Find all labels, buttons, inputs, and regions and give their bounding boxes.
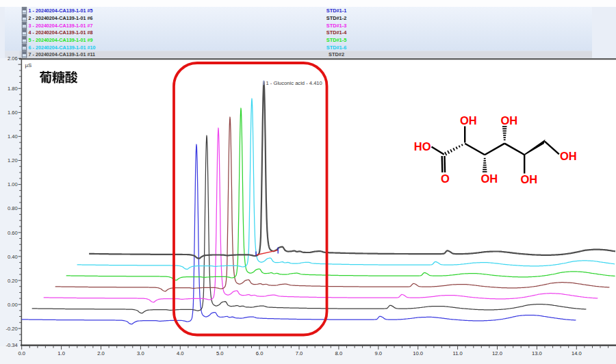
svg-text:0.20: 0.20 bbox=[8, 278, 18, 284]
svg-text:STD#1-4: STD#1-4 bbox=[326, 29, 347, 36]
svg-text:STD#1-3: STD#1-3 bbox=[326, 23, 347, 29]
svg-text:5.0: 5.0 bbox=[216, 350, 224, 356]
svg-text:6 - 20240204-CA139-1-01 #10: 6 - 20240204-CA139-1-01 #10 bbox=[29, 44, 96, 51]
svg-text:8.0: 8.0 bbox=[335, 350, 343, 356]
svg-text:OH: OH bbox=[501, 114, 518, 127]
svg-text:7.0: 7.0 bbox=[296, 350, 303, 356]
svg-text:STD#2: STD#2 bbox=[329, 51, 344, 57]
svg-text:0.80: 0.80 bbox=[8, 205, 18, 211]
svg-text:1.80: 1.80 bbox=[8, 86, 18, 92]
svg-text:0.00: 0.00 bbox=[8, 302, 18, 308]
svg-text:2.0: 2.0 bbox=[97, 350, 105, 356]
svg-text:O: O bbox=[441, 172, 450, 185]
svg-text:1.00: 1.00 bbox=[8, 181, 18, 187]
svg-text:1 - 20240204-CA139-1-01 #5: 1 - 20240204-CA139-1-01 #5 bbox=[29, 8, 93, 14]
svg-text:STD#1-2: STD#1-2 bbox=[326, 15, 347, 21]
svg-text:STD#1-6: STD#1-6 bbox=[326, 44, 347, 51]
svg-text:µS: µS bbox=[25, 62, 32, 68]
svg-text:3.0: 3.0 bbox=[137, 350, 144, 356]
svg-text:7 - 20240204-CA139-1-01 #11: 7 - 20240204-CA139-1-01 #11 bbox=[29, 51, 96, 57]
svg-text:12.0: 12.0 bbox=[492, 350, 502, 356]
svg-text:OH: OH bbox=[560, 150, 577, 162]
svg-text:1.60: 1.60 bbox=[8, 109, 18, 116]
svg-text:0.60: 0.60 bbox=[8, 230, 18, 236]
svg-text:4.0: 4.0 bbox=[177, 350, 184, 356]
svg-text:-0.34: -0.34 bbox=[5, 342, 17, 348]
svg-text:4 - 20240204-CA139-1-01 #8: 4 - 20240204-CA139-1-01 #8 bbox=[29, 29, 93, 36]
svg-text:3 - 20240204-CA139-1-01 #7: 3 - 20240204-CA139-1-01 #7 bbox=[29, 23, 93, 29]
svg-text:-0.20: -0.20 bbox=[5, 326, 17, 332]
svg-text:OH: OH bbox=[481, 172, 498, 185]
svg-text:6.0: 6.0 bbox=[256, 350, 264, 356]
svg-text:2 - 20240204-CA139-1-01 #6: 2 - 20240204-CA139-1-01 #6 bbox=[29, 15, 93, 21]
svg-text:5 - 20240204-CA139-1-01 #9: 5 - 20240204-CA139-1-01 #9 bbox=[29, 37, 93, 43]
svg-text:11.0: 11.0 bbox=[452, 350, 462, 356]
svg-text:13.0: 13.0 bbox=[532, 350, 542, 356]
svg-text:1.40: 1.40 bbox=[8, 133, 18, 140]
svg-text:OH: OH bbox=[460, 114, 477, 127]
svg-text:STD#1-5: STD#1-5 bbox=[326, 37, 347, 43]
svg-text:STD#1-1: STD#1-1 bbox=[326, 8, 347, 14]
svg-text:2.06: 2.06 bbox=[8, 55, 18, 62]
svg-text:1.0: 1.0 bbox=[57, 350, 65, 356]
svg-text:10.0: 10.0 bbox=[413, 350, 423, 356]
svg-text:0.0: 0.0 bbox=[18, 350, 25, 356]
svg-text:9.0: 9.0 bbox=[375, 350, 383, 356]
svg-text:1 - Gluconic acid - 4.410: 1 - Gluconic acid - 4.410 bbox=[266, 80, 322, 86]
svg-text:OH: OH bbox=[521, 173, 538, 185]
svg-text:0.40: 0.40 bbox=[8, 254, 18, 260]
svg-text:HO: HO bbox=[414, 140, 431, 153]
svg-text:14.0: 14.0 bbox=[572, 350, 582, 356]
svg-text:1.20: 1.20 bbox=[8, 157, 18, 164]
